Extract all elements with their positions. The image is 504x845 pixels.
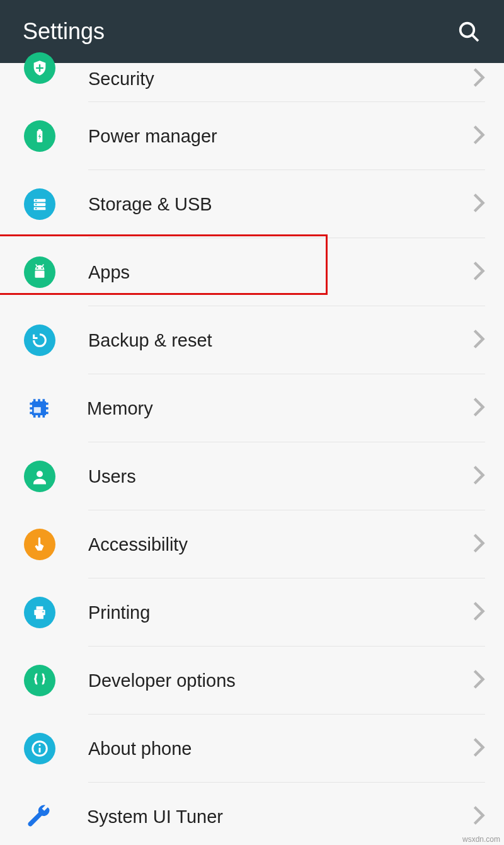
app-header: Settings xyxy=(0,0,504,63)
svg-line-13 xyxy=(42,265,43,267)
info-icon xyxy=(24,733,55,764)
chevron-right-icon xyxy=(472,737,485,761)
settings-item-label: Developer options xyxy=(88,670,236,691)
settings-item-label: About phone xyxy=(88,739,192,759)
shield-icon xyxy=(24,81,55,84)
svg-rect-32 xyxy=(37,614,43,619)
svg-line-12 xyxy=(36,265,37,267)
storage-icon xyxy=(24,188,55,220)
wrench-icon xyxy=(24,802,54,832)
settings-item-label: Backup & reset xyxy=(88,330,212,350)
chevron-right-icon xyxy=(472,532,485,556)
settings-item-label: Printing xyxy=(88,602,150,623)
svg-point-0 xyxy=(461,23,474,37)
settings-item-apps[interactable]: Apps xyxy=(0,238,504,306)
svg-rect-14 xyxy=(35,271,45,278)
svg-point-9 xyxy=(35,208,37,209)
settings-item-label: Apps xyxy=(88,262,130,282)
svg-point-8 xyxy=(35,204,37,205)
chevron-right-icon xyxy=(472,260,485,284)
settings-list: SecurityPower managerStorage & USBAppsBa… xyxy=(0,63,504,845)
svg-point-7 xyxy=(35,200,37,201)
settings-item-accessibility[interactable]: Accessibility xyxy=(0,510,504,578)
settings-item-security[interactable]: Security xyxy=(0,63,504,102)
printer-icon xyxy=(24,597,55,628)
svg-point-10 xyxy=(37,267,38,269)
chip-icon xyxy=(24,393,54,423)
settings-item-about-phone[interactable]: About phone xyxy=(0,715,504,783)
svg-rect-16 xyxy=(34,407,41,413)
settings-item-label: Accessibility xyxy=(88,534,188,555)
svg-rect-3 xyxy=(38,129,41,131)
settings-item-users[interactable]: Users xyxy=(0,442,504,510)
settings-item-label: Power manager xyxy=(88,126,217,146)
settings-item-system-ui-tuner[interactable]: System UI Tuner xyxy=(0,783,504,845)
hand-icon xyxy=(24,529,55,560)
settings-item-label: Security xyxy=(88,69,154,89)
settings-item-memory[interactable]: Memory xyxy=(0,374,504,442)
settings-item-label: System UI Tuner xyxy=(87,807,223,827)
battery-icon xyxy=(24,120,55,152)
settings-item-power-manager[interactable]: Power manager xyxy=(0,102,504,170)
watermark-text: wsxdn.com xyxy=(462,835,500,844)
chevron-right-icon xyxy=(472,464,485,488)
page-title: Settings xyxy=(23,18,105,45)
chevron-right-icon xyxy=(472,396,485,420)
settings-item-label: Memory xyxy=(87,398,153,418)
settings-item-label: Storage & USB xyxy=(88,194,212,214)
svg-point-34 xyxy=(42,611,43,612)
settings-item-backup-reset[interactable]: Backup & reset xyxy=(0,306,504,374)
svg-line-1 xyxy=(472,35,478,41)
settings-item-storage-usb[interactable]: Storage & USB xyxy=(0,170,504,238)
svg-rect-30 xyxy=(37,606,43,609)
settings-item-printing[interactable]: Printing xyxy=(0,578,504,647)
settings-item-label: Users xyxy=(88,466,136,486)
search-button[interactable] xyxy=(456,19,481,44)
chevron-right-icon xyxy=(472,601,485,624)
android-icon xyxy=(24,256,55,288)
settings-item-developer-options[interactable]: Developer options xyxy=(0,647,504,715)
refresh-icon xyxy=(24,325,55,356)
chevron-right-icon xyxy=(472,192,485,216)
chevron-right-icon xyxy=(472,328,485,352)
user-icon xyxy=(24,461,55,492)
svg-point-11 xyxy=(42,267,43,269)
svg-point-29 xyxy=(37,471,43,477)
chevron-right-icon xyxy=(472,669,485,693)
svg-point-37 xyxy=(39,744,41,746)
search-icon xyxy=(456,19,481,44)
chevron-right-icon xyxy=(472,124,485,148)
braces-icon xyxy=(24,665,55,696)
chevron-right-icon xyxy=(472,67,485,91)
chevron-right-icon xyxy=(472,805,485,829)
